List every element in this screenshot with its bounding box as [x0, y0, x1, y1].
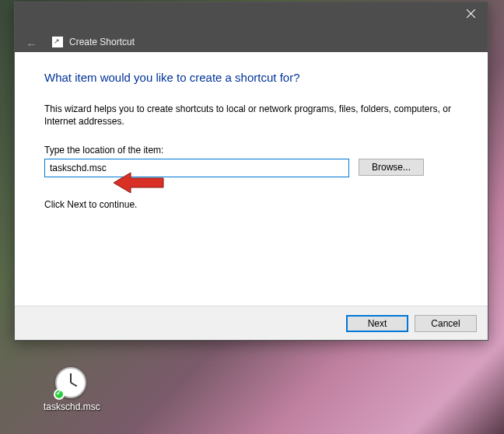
page-heading: What item would you like to create a sho… [44, 71, 458, 84]
back-arrow-icon: ← [26, 38, 37, 50]
location-input[interactable] [44, 159, 349, 177]
cancel-button[interactable]: Cancel [415, 315, 477, 332]
titlebar: ← Create Shortcut [15, 2, 488, 52]
close-icon [467, 9, 475, 18]
close-button[interactable] [453, 2, 488, 24]
dialog-footer: Next Cancel [15, 306, 488, 340]
desktop-shortcut-label: taskschd.msc [44, 401, 98, 412]
location-row: Browse... [44, 159, 458, 177]
task-scheduler-icon [55, 367, 86, 398]
window-title: Create Shortcut [69, 37, 135, 47]
continue-hint: Click Next to continue. [44, 199, 458, 210]
create-shortcut-dialog: ← Create Shortcut What item would you li… [14, 2, 488, 341]
description-text: This wizard helps you to create shortcut… [44, 103, 458, 128]
location-label: Type the location of the item: [44, 145, 458, 156]
desktop-shortcut[interactable]: taskschd.msc [44, 367, 98, 412]
check-badge-icon [54, 389, 65, 400]
browse-button[interactable]: Browse... [359, 159, 424, 176]
next-button[interactable]: Next [346, 315, 408, 332]
shortcut-title-icon [52, 37, 63, 47]
dialog-content: What item would you like to create a sho… [15, 52, 488, 306]
